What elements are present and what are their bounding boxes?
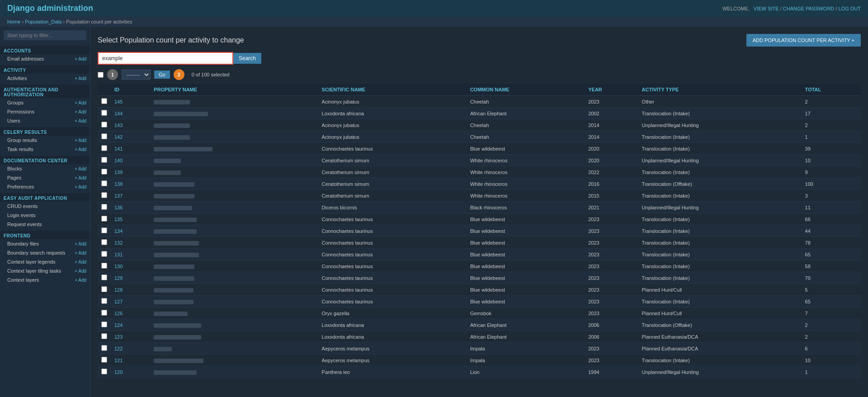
sidebar-item-permissions[interactable]: Permissions + Add [0, 107, 90, 116]
sidebar-link-boundary-search-requests[interactable]: Boundary search requests [7, 250, 65, 255]
sidebar-add-blocks[interactable]: + Add [75, 166, 86, 171]
sidebar-item-request-events[interactable]: Request events [0, 220, 90, 229]
sidebar-item-group-results[interactable]: Group results + Add [0, 136, 90, 145]
row-checkbox[interactable] [101, 227, 107, 233]
row-checkbox[interactable] [101, 239, 107, 245]
th-id[interactable]: ID [111, 84, 150, 96]
sidebar-link-email-addresses[interactable]: Email addresses [7, 56, 44, 61]
row-id-link[interactable]: 140 [114, 158, 123, 163]
sidebar-link-blocks[interactable]: Blocks [7, 166, 22, 171]
sidebar-item-blocks[interactable]: Blocks + Add [0, 164, 90, 173]
sidebar-add-pages[interactable]: + Add [75, 175, 86, 180]
row-id-link[interactable]: 131 [114, 252, 123, 257]
row-checkbox[interactable] [101, 321, 107, 327]
row-id-link[interactable]: 126 [114, 311, 123, 316]
row-id-link[interactable]: 129 [114, 275, 123, 281]
breadcrumb-population-data[interactable]: Population_Data [25, 19, 61, 24]
action-go-button[interactable]: Go [154, 71, 170, 79]
row-checkbox[interactable] [101, 298, 107, 304]
view-site-link[interactable]: VIEW SITE [754, 6, 779, 11]
sidebar-item-users[interactable]: Users + Add [0, 116, 90, 125]
sidebar-item-context-layers[interactable]: Context layers + Add [0, 275, 90, 284]
select-all-checkbox[interactable] [98, 72, 104, 78]
sidebar-add-context-layer-tiling-tasks[interactable]: + Add [75, 269, 86, 274]
row-checkbox[interactable] [101, 369, 107, 374]
sidebar-add-group-results[interactable]: + Add [75, 138, 86, 143]
row-id-link[interactable]: 123 [114, 334, 123, 340]
sidebar-link-crud-events[interactable]: CRUD events [7, 203, 38, 209]
th-total[interactable]: TOTAL [802, 84, 861, 96]
sidebar-link-preferences[interactable]: Preferences [7, 184, 34, 189]
row-checkbox[interactable] [101, 204, 107, 210]
row-id-link[interactable]: 141 [114, 146, 123, 151]
add-population-button[interactable]: ADD POPULATION COUNT PER ACTIVITY + [746, 34, 861, 47]
sidebar-item-task-results[interactable]: Task results + Add [0, 145, 90, 154]
row-id-link[interactable]: 121 [114, 358, 123, 363]
row-id-link[interactable]: 122 [114, 346, 123, 351]
th-activity-type[interactable]: ACTIVITY TYPE [638, 84, 802, 96]
row-id-link[interactable]: 143 [114, 123, 123, 128]
row-id-link[interactable]: 135 [114, 217, 123, 222]
th-scientific-name[interactable]: SCIENTIFIC NAME [318, 84, 467, 96]
sidebar-add-email-addresses[interactable]: + Add [75, 57, 86, 61]
row-id-link[interactable]: 132 [114, 240, 123, 246]
sidebar-link-users[interactable]: Users [7, 118, 20, 123]
sidebar-add-task-results[interactable]: + Add [75, 147, 86, 152]
row-id-link[interactable]: 127 [114, 299, 123, 304]
log-out-link[interactable]: LOG OUT [838, 6, 861, 11]
row-checkbox[interactable] [101, 274, 107, 280]
sidebar-link-task-results[interactable]: Task results [7, 147, 33, 152]
action-circle-1[interactable]: 1 [107, 69, 118, 80]
row-checkbox[interactable] [101, 345, 107, 351]
row-id-link[interactable]: 120 [114, 369, 123, 375]
sidebar-link-context-layers[interactable]: Context layers [7, 277, 39, 283]
sidebar-link-pages[interactable]: Pages [7, 175, 21, 180]
row-checkbox[interactable] [101, 122, 107, 128]
sidebar-link-context-layer-legends[interactable]: Context layer legends [7, 259, 55, 265]
sidebar-add-preferences[interactable]: + Add [75, 184, 86, 189]
sidebar-add-boundary-files[interactable]: + Add [75, 241, 86, 246]
sidebar-item-email-addresses[interactable]: Email addresses + Add [0, 54, 90, 63]
row-id-link[interactable]: 145 [114, 99, 123, 104]
sidebar-item-pages[interactable]: Pages + Add [0, 173, 90, 182]
breadcrumb-home[interactable]: Home [7, 19, 20, 24]
sidebar-link-boundary-files[interactable]: Boundary files [7, 241, 39, 246]
sidebar-item-groups[interactable]: Groups + Add [0, 98, 90, 107]
sidebar-add-activities[interactable]: + Add [75, 76, 86, 81]
action-select[interactable]: -------- [122, 70, 151, 80]
row-checkbox[interactable] [101, 180, 107, 186]
sidebar-link-group-results[interactable]: Group results [7, 137, 37, 143]
sidebar-link-context-layer-tiling-tasks[interactable]: Context layer tiling tasks [7, 268, 61, 274]
row-checkbox[interactable] [101, 98, 107, 104]
sidebar-link-activities[interactable]: Activities [7, 76, 27, 81]
row-id-link[interactable]: 134 [114, 228, 123, 234]
row-id-link[interactable]: 128 [114, 287, 123, 293]
row-checkbox[interactable] [101, 169, 107, 175]
row-id-link[interactable]: 124 [114, 322, 123, 328]
sidebar-link-request-events[interactable]: Request events [7, 222, 42, 227]
sidebar-add-boundary-search-requests[interactable]: + Add [75, 250, 86, 255]
th-year[interactable]: YEAR [585, 84, 638, 96]
sidebar-item-activities[interactable]: Activities + Add [0, 74, 90, 83]
row-id-link[interactable]: 137 [114, 193, 123, 198]
row-id-link[interactable]: 144 [114, 111, 123, 116]
sidebar-link-login-events[interactable]: Login events [7, 213, 35, 218]
row-id-link[interactable]: 136 [114, 205, 123, 210]
row-checkbox[interactable] [101, 145, 107, 151]
row-checkbox[interactable] [101, 216, 107, 222]
sidebar-item-preferences[interactable]: Preferences + Add [0, 182, 90, 191]
row-checkbox[interactable] [101, 333, 107, 339]
row-checkbox[interactable] [101, 192, 107, 198]
row-id-link[interactable]: 138 [114, 181, 123, 187]
row-checkbox[interactable] [101, 251, 107, 257]
sidebar-item-login-events[interactable]: Login events [0, 211, 90, 220]
action-circle-2[interactable]: 2 [174, 69, 184, 80]
row-id-link[interactable]: 130 [114, 264, 123, 269]
row-checkbox[interactable] [101, 110, 107, 116]
sidebar-item-context-layer-legends[interactable]: Context layer legends + Add [0, 257, 90, 266]
row-id-link[interactable]: 139 [114, 170, 123, 175]
th-property-name[interactable]: PROPERTY NAME [150, 84, 318, 96]
sidebar-add-permissions[interactable]: + Add [75, 109, 86, 114]
th-common-name[interactable]: COMMON NAME [467, 84, 585, 96]
sidebar-item-context-layer-tiling-tasks[interactable]: Context layer tiling tasks + Add [0, 266, 90, 275]
